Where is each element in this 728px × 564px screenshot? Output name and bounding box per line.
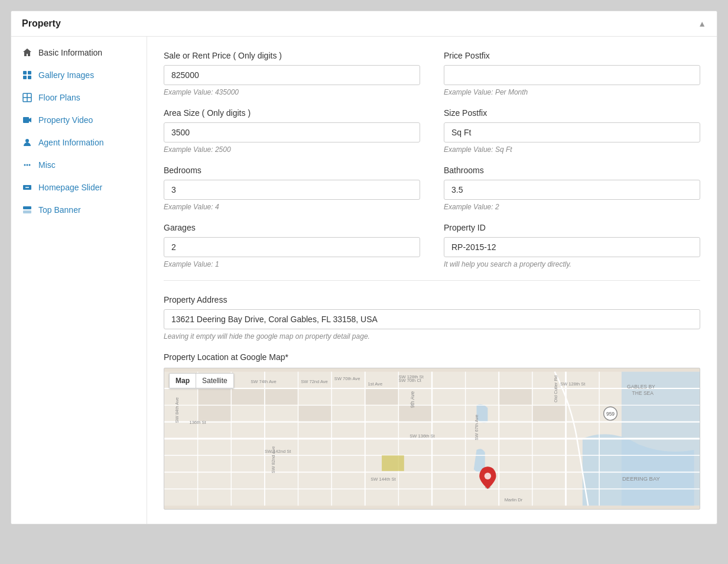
- map-btn-map[interactable]: Map: [170, 374, 196, 388]
- sidebar-label-misc: Misc: [38, 160, 56, 170]
- svg-text:136th St: 136th St: [189, 420, 206, 425]
- garages-input[interactable]: [164, 237, 420, 257]
- form-row-garages-id: Garages Example Value: 1 Property ID It …: [164, 223, 700, 268]
- price-postfix-label: Price Postfix: [444, 51, 700, 60]
- svg-text:GABLES BY: GABLES BY: [627, 384, 655, 390]
- form-group-garages: Garages Example Value: 1: [164, 223, 420, 268]
- form-group-address: Property Address Leaving it empty will h…: [164, 295, 700, 341]
- address-hint: Leaving it empty will hide the google ma…: [164, 332, 700, 341]
- svg-text:SW 67th Ave: SW 67th Ave: [474, 414, 479, 440]
- svg-text:Marlin Dr: Marlin Dr: [505, 497, 523, 503]
- form-group-area-size: Area Size ( Only digits ) Example Value:…: [164, 108, 420, 154]
- svg-text:SW 74th Ave: SW 74th Ave: [251, 379, 277, 384]
- panel-body: Basic Information Gallery Images Floor P…: [11, 37, 717, 524]
- form-row-beds-baths: Bedrooms Example Value: 4 Bathrooms Exam…: [164, 166, 700, 211]
- svg-point-9: [25, 139, 29, 142]
- sidebar-label-basic-information: Basic Information: [38, 48, 102, 57]
- svg-text:SW 84th Ave: SW 84th Ave: [174, 397, 180, 423]
- svg-marker-8: [29, 118, 31, 122]
- sale-price-input[interactable]: [164, 65, 420, 85]
- svg-text:SW 82nd Ave: SW 82nd Ave: [271, 446, 276, 474]
- svg-text:DEERING BAY: DEERING BAY: [622, 475, 660, 482]
- bedrooms-label: Bedrooms: [164, 166, 420, 175]
- svg-rect-46: [499, 389, 532, 404]
- svg-point-11: [27, 164, 28, 166]
- svg-text:Old Cutler Rd: Old Cutler Rd: [553, 375, 558, 403]
- map-btn-satellite[interactable]: Satellite: [196, 374, 233, 388]
- sidebar-label-property-video: Property Video: [38, 115, 93, 125]
- svg-point-10: [24, 164, 26, 166]
- panel-header: Property ▲: [11, 11, 717, 37]
- garages-hint: Example Value: 1: [164, 260, 420, 268]
- form-group-sale-price: Sale or Rent Price ( Only digits ) Examp…: [164, 51, 420, 96]
- svg-rect-48: [382, 455, 404, 471]
- sidebar-label-gallery-images: Gallery Images: [38, 70, 94, 80]
- svg-text:959: 959: [606, 411, 615, 417]
- form-row-price: Sale or Rent Price ( Only digits ) Examp…: [164, 51, 700, 96]
- svg-rect-1: [28, 71, 31, 74]
- sidebar-item-agent-information[interactable]: Agent Information: [11, 131, 147, 154]
- slider-icon: [22, 182, 32, 193]
- map-svg: 9th Ave SW 70th Ct 1st Ave SW 70th Ave S…: [164, 368, 700, 509]
- sidebar-item-misc[interactable]: Misc: [11, 154, 147, 176]
- main-content: Sale or Rent Price ( Only digits ) Examp…: [147, 37, 717, 524]
- sidebar-label-floor-plans: Floor Plans: [38, 93, 80, 102]
- address-input[interactable]: [164, 309, 700, 329]
- svg-text:SW 136th St: SW 136th St: [410, 433, 435, 439]
- form-divider: [164, 280, 700, 281]
- panel-title: Property: [22, 18, 61, 29]
- svg-rect-16: [23, 210, 31, 213]
- svg-text:SW 142nd St: SW 142nd St: [265, 449, 291, 454]
- map-label: Property Location at Google Map*: [164, 352, 700, 362]
- garages-label: Garages: [164, 223, 420, 232]
- sidebar-label-homepage-slider: Homepage Slider: [38, 183, 102, 192]
- sidebar-label-top-banner: Top Banner: [38, 205, 81, 215]
- price-postfix-hint: Example Value: Per Month: [444, 88, 700, 96]
- svg-text:1st Ave: 1st Ave: [368, 381, 382, 387]
- svg-rect-15: [23, 206, 31, 209]
- price-postfix-input[interactable]: [444, 65, 700, 85]
- misc-icon: [22, 160, 32, 170]
- property-id-hint: It will help you search a property direc…: [444, 260, 700, 268]
- svg-rect-0: [23, 71, 27, 74]
- svg-rect-7: [23, 117, 29, 123]
- area-size-input[interactable]: [164, 122, 420, 142]
- map-section: Property Location at Google Map* Map Sat…: [164, 352, 700, 510]
- property-id-label: Property ID: [444, 223, 700, 232]
- svg-rect-3: [28, 76, 31, 79]
- home-icon: [22, 47, 32, 58]
- size-postfix-input[interactable]: [444, 122, 700, 142]
- size-postfix-label: Size Postfix: [444, 108, 700, 118]
- sale-price-label: Sale or Rent Price ( Only digits ): [164, 51, 420, 60]
- area-size-label: Area Size ( Only digits ): [164, 108, 420, 118]
- svg-rect-2: [23, 76, 27, 79]
- form-group-bedrooms: Bedrooms Example Value: 4: [164, 166, 420, 211]
- form-group-price-postfix: Price Postfix Example Value: Per Month: [444, 51, 700, 96]
- svg-rect-39: [199, 389, 231, 404]
- bedrooms-input[interactable]: [164, 180, 420, 200]
- agent-icon: [22, 137, 32, 148]
- sidebar-item-gallery-images[interactable]: Gallery Images: [11, 64, 147, 86]
- sidebar-item-floor-plans[interactable]: Floor Plans: [11, 86, 147, 109]
- sidebar-item-top-banner[interactable]: Top Banner: [11, 199, 147, 221]
- video-icon: [22, 115, 32, 125]
- svg-rect-47: [533, 406, 566, 421]
- bathrooms-input[interactable]: [444, 180, 700, 200]
- size-postfix-hint: Example Value: Sq Ft: [444, 145, 700, 154]
- svg-text:SW 128th St: SW 128th St: [398, 374, 424, 380]
- svg-text:SW 128th St: SW 128th St: [560, 381, 586, 387]
- gallery-icon: [22, 70, 32, 80]
- address-label: Property Address: [164, 295, 700, 304]
- bathrooms-label: Bathrooms: [444, 166, 700, 175]
- sidebar-item-basic-information[interactable]: Basic Information: [11, 41, 147, 64]
- map-container: Map Satellite: [164, 368, 700, 510]
- svg-point-12: [29, 164, 31, 166]
- sidebar-label-agent-information: Agent Information: [38, 138, 104, 147]
- sidebar-item-property-video[interactable]: Property Video: [11, 109, 147, 131]
- property-id-input[interactable]: [444, 237, 700, 257]
- panel-toggle-icon[interactable]: ▲: [698, 19, 706, 28]
- sidebar-item-homepage-slider[interactable]: Homepage Slider: [11, 176, 147, 199]
- sidebar: Basic Information Gallery Images Floor P…: [11, 37, 147, 524]
- svg-rect-44: [366, 389, 398, 404]
- form-row-area: Area Size ( Only digits ) Example Value:…: [164, 108, 700, 154]
